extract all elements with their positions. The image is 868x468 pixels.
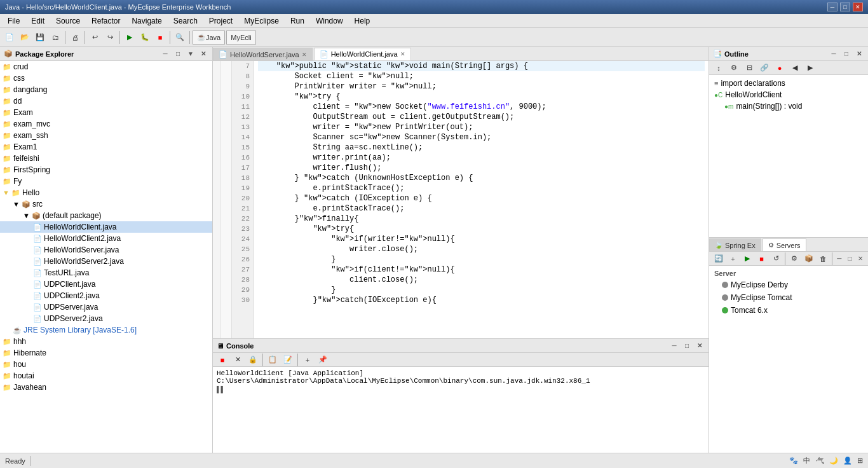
toolbar-debug[interactable]: 🐛 bbox=[138, 31, 152, 45]
tree-item[interactable]: 📁dd bbox=[0, 95, 212, 107]
menu-item-edit[interactable]: Edit bbox=[26, 15, 50, 27]
tree-item[interactable]: 📄HelloWorldClient.java bbox=[0, 221, 212, 233]
outline-next-btn[interactable]: ▶ bbox=[803, 61, 817, 75]
tree-item[interactable]: 📄UDPClient.java bbox=[0, 279, 212, 290]
pkg-menu-btn[interactable]: ▼ bbox=[186, 49, 196, 59]
tree-item[interactable]: 📁Exam bbox=[0, 107, 212, 118]
tree-item[interactable]: 📄UDPServer2.java bbox=[0, 313, 212, 324]
toolbar-undo[interactable]: ↩ bbox=[88, 31, 102, 45]
editor-tab-HelloWorldServerjava[interactable]: 📄 HelloWorldServer.java ✕ bbox=[213, 48, 313, 60]
spring-ex-tab[interactable]: 🍃 Spring Ex bbox=[709, 238, 761, 251]
outline-minimize-btn[interactable]: ─ bbox=[829, 49, 839, 59]
server-refresh-btn[interactable]: 🔄 bbox=[712, 252, 726, 266]
toolbar-stop[interactable]: ■ bbox=[153, 31, 167, 45]
tree-item[interactable]: ☕JRE System Library [JavaSE-1.6] bbox=[0, 324, 212, 336]
console-scroll-lock-btn[interactable]: 🔒 bbox=[246, 353, 260, 367]
console-copy-btn[interactable]: 📋 bbox=[266, 353, 280, 367]
server-stop-btn[interactable]: ■ bbox=[755, 252, 769, 266]
code-editor[interactable]: 7891011121314151617181920212223242526272… bbox=[213, 61, 709, 338]
console-content[interactable]: HelloWorldClient [Java Application] C:\U… bbox=[213, 367, 709, 453]
console-new-btn[interactable]: + bbox=[301, 353, 315, 367]
console-stop-btn[interactable]: ■ bbox=[215, 353, 229, 367]
toolbar-save[interactable]: 💾 bbox=[33, 31, 47, 45]
tree-item[interactable]: 📁feifeishi bbox=[0, 153, 212, 164]
perspective-java[interactable]: ☕ Java bbox=[193, 31, 225, 45]
server-item[interactable]: MyEclipse Derby bbox=[712, 279, 865, 291]
menu-item-window[interactable]: Window bbox=[311, 15, 348, 27]
menu-item-refactor[interactable]: Refactor bbox=[86, 15, 125, 27]
server-deploy-btn[interactable]: 📦 bbox=[802, 252, 816, 266]
tree-item[interactable]: ▼📦(default package) bbox=[0, 210, 212, 221]
minimize-button[interactable]: ─ bbox=[827, 3, 837, 11]
tree-item[interactable]: 📁exam_mvc bbox=[0, 118, 212, 130]
server-item[interactable]: Tomcat 6.x bbox=[712, 304, 865, 317]
outline-close-btn[interactable]: ✕ bbox=[854, 49, 864, 59]
toolbar-new[interactable]: 📄 bbox=[3, 31, 17, 45]
outline-item[interactable]: ≡import declarations bbox=[712, 78, 865, 89]
tree-item[interactable]: 📁crud bbox=[0, 61, 212, 72]
menu-item-project[interactable]: Project bbox=[204, 15, 238, 27]
server-item[interactable]: MyEclipse Tomcat bbox=[712, 291, 865, 304]
menu-item-source[interactable]: Source bbox=[51, 15, 85, 27]
tree-item[interactable]: 📁hhh bbox=[0, 336, 212, 347]
close-button[interactable]: ✕ bbox=[853, 3, 863, 11]
toolbar-run[interactable]: ▶ bbox=[123, 31, 137, 45]
console-clear-btn[interactable]: ✕ bbox=[231, 353, 245, 367]
server-add-btn[interactable]: + bbox=[726, 252, 740, 266]
tree-item[interactable]: 📁FirstSpring bbox=[0, 164, 212, 176]
editor-tab-HelloWorldClientjava[interactable]: 📄 HelloWorldClient.java ✕ bbox=[314, 48, 411, 60]
outline-maximize-btn[interactable]: □ bbox=[841, 49, 851, 59]
toolbar-save-all[interactable]: 🗂 bbox=[48, 31, 62, 45]
toolbar-redo[interactable]: ↪ bbox=[103, 31, 117, 45]
tree-item[interactable]: 📁Javahean bbox=[0, 382, 212, 393]
menu-item-navigate[interactable]: Navigate bbox=[126, 15, 166, 27]
servers-close-btn[interactable]: ✕ bbox=[855, 254, 865, 264]
tree-item[interactable]: 📁houtai bbox=[0, 370, 212, 382]
outline-filter-btn[interactable]: ⚙ bbox=[727, 61, 741, 75]
console-minimize-btn[interactable]: ─ bbox=[669, 341, 679, 351]
console-paste-btn[interactable]: 📝 bbox=[281, 353, 295, 367]
pkg-close-btn[interactable]: ✕ bbox=[198, 49, 208, 59]
outline-sync-btn[interactable]: 🔗 bbox=[757, 61, 771, 75]
code-lines[interactable]: "kw">public "kw">static "kw">void main(S… bbox=[254, 61, 709, 338]
tree-item[interactable]: 📄HelloWorldServer2.java bbox=[0, 256, 212, 267]
server-undeploy-btn[interactable]: 🗑 bbox=[816, 252, 830, 266]
menu-item-myeclipse[interactable]: MyEclipse bbox=[239, 15, 284, 27]
tree-item[interactable]: ▼📦src bbox=[0, 198, 212, 210]
tree-item[interactable]: 📁dangdang bbox=[0, 84, 212, 95]
tab-close-btn[interactable]: ✕ bbox=[400, 51, 405, 57]
console-close-btn[interactable]: ✕ bbox=[695, 341, 705, 351]
menu-item-search[interactable]: Search bbox=[168, 15, 203, 27]
outline-sort-btn[interactable]: ↕ bbox=[712, 61, 726, 75]
outline-mark-btn[interactable]: ● bbox=[773, 61, 787, 75]
menu-item-run[interactable]: Run bbox=[285, 15, 309, 27]
server-config-btn[interactable]: ⚙ bbox=[787, 252, 801, 266]
tree-item[interactable]: 📁exam_ssh bbox=[0, 130, 212, 141]
toolbar-search[interactable]: 🔍 bbox=[173, 31, 187, 45]
tree-item[interactable]: 📄UDPClient2.java bbox=[0, 290, 212, 301]
tree-item[interactable]: 📁Fy bbox=[0, 176, 212, 187]
outline-collapse-btn[interactable]: ⊟ bbox=[742, 61, 756, 75]
tab-close-btn[interactable]: ✕ bbox=[302, 52, 307, 58]
servers-maximize-btn[interactable]: □ bbox=[845, 254, 855, 264]
toolbar-print[interactable]: 🖨 bbox=[68, 31, 82, 45]
tree-item[interactable]: 📁hou bbox=[0, 359, 212, 370]
maximize-button[interactable]: □ bbox=[840, 3, 850, 11]
tree-item[interactable]: 📄UDPServer.java bbox=[0, 301, 212, 313]
perspective-myeclipse[interactable]: MyEcli bbox=[226, 31, 255, 45]
tree-item[interactable]: 📁css bbox=[0, 72, 212, 84]
servers-tab[interactable]: ⚙ Servers bbox=[763, 238, 806, 251]
console-maximize-btn[interactable]: □ bbox=[682, 341, 692, 351]
server-restart-btn[interactable]: ↺ bbox=[770, 252, 783, 266]
pkg-minimize-btn[interactable]: ─ bbox=[160, 49, 170, 59]
menu-item-help[interactable]: Help bbox=[349, 15, 376, 27]
server-start-btn[interactable]: ▶ bbox=[740, 252, 754, 266]
outline-item[interactable]: ●mmain(String[]) : void bbox=[712, 100, 865, 112]
tree-item[interactable]: ▼📁Hello bbox=[0, 187, 212, 198]
outline-prev-btn[interactable]: ◀ bbox=[788, 61, 802, 75]
menu-item-file[interactable]: File bbox=[3, 15, 25, 27]
tree-item[interactable]: 📄HelloWorldServer.java bbox=[0, 244, 212, 256]
toolbar-open[interactable]: 📂 bbox=[18, 31, 32, 45]
outline-item[interactable]: ●CHelloWorldClient bbox=[712, 89, 865, 100]
console-pin-btn[interactable]: 📌 bbox=[316, 353, 330, 367]
